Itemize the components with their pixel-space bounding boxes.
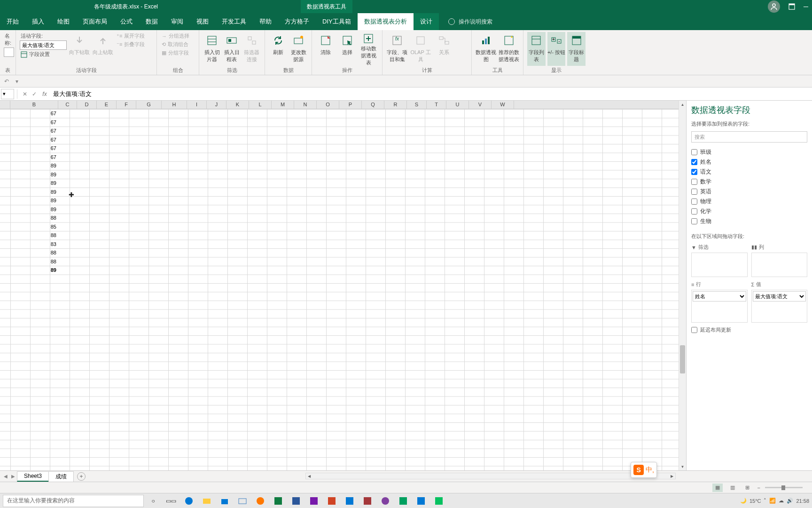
excel-taskbar-icon[interactable]	[270, 494, 287, 508]
col-header-I[interactable]: I	[187, 101, 207, 109]
col-header-O[interactable]: O	[317, 101, 339, 109]
col-header-P[interactable]: P	[339, 101, 362, 109]
undo-button[interactable]: ↶	[3, 78, 10, 85]
app-icon-1[interactable]	[377, 494, 394, 508]
field-checkbox-1[interactable]	[691, 159, 697, 165]
cell-b-16[interactable]: 88	[10, 248, 58, 257]
word-taskbar-icon[interactable]	[288, 494, 304, 508]
refresh-button[interactable]: 刷新	[269, 32, 288, 66]
cloud-icon[interactable]: ☁	[779, 498, 784, 504]
firefox-icon[interactable]	[252, 494, 269, 508]
zoom-out-button[interactable]: −	[757, 485, 760, 491]
select-all-corner[interactable]	[0, 101, 10, 109]
defer-layout-checkbox[interactable]	[691, 327, 697, 333]
pivot-name-input[interactable]	[4, 48, 14, 57]
sheet-tab-sheet3[interactable]: Sheet3	[17, 471, 49, 482]
page-layout-view-button[interactable]: ▥	[727, 484, 738, 492]
field-checkbox-6[interactable]	[691, 208, 697, 214]
enter-formula-button[interactable]: ✓	[30, 89, 39, 99]
tab-help[interactable]: 帮助	[253, 13, 278, 30]
insert-timeline-button[interactable]: 插入日程表	[223, 32, 241, 66]
field-item-4[interactable]: 英语	[691, 187, 807, 197]
hscroll-left[interactable]: ◀	[306, 473, 312, 479]
rows-drop-area[interactable]: 姓名	[691, 290, 748, 323]
sheet-nav-next[interactable]: ▶	[9, 474, 17, 479]
col-header-E[interactable]: E	[97, 101, 117, 109]
col-header-V[interactable]: V	[469, 101, 492, 109]
scroll-up-arrow[interactable]: ▲	[679, 101, 686, 108]
tab-formulas[interactable]: 公式	[114, 13, 139, 30]
tab-insert[interactable]: 插入	[25, 13, 51, 30]
tab-data[interactable]: 数据	[139, 13, 164, 30]
col-header-D[interactable]: D	[77, 101, 97, 109]
grid-cells[interactable]: ✚ 67676767676789898989898988858883888889	[0, 109, 686, 470]
plus-minus-toggle[interactable]: +- +/- 按钮	[547, 32, 566, 66]
col-header-N[interactable]: N	[294, 101, 317, 109]
worksheet-grid[interactable]: B C D E F G H I J K L M N O P Q R S T U …	[0, 101, 686, 470]
tab-pivot-analyze[interactable]: 数据透视表分析	[358, 13, 414, 30]
col-header-L[interactable]: L	[249, 101, 272, 109]
tab-pivot-design[interactable]: 设计	[414, 13, 439, 30]
col-header-J[interactable]: J	[207, 101, 226, 109]
field-item-5[interactable]: 物理	[691, 197, 807, 206]
cell-b-5[interactable]: 67	[10, 153, 58, 162]
col-header-Q[interactable]: Q	[362, 101, 384, 109]
ime-indicator[interactable]: S 中 ,	[631, 462, 657, 478]
app-icon-3[interactable]	[413, 494, 429, 508]
field-checkbox-2[interactable]	[691, 169, 697, 175]
hscroll-right[interactable]: ▶	[669, 473, 675, 479]
wifi-icon[interactable]: 📶	[769, 498, 776, 504]
explorer-icon[interactable]	[198, 494, 215, 508]
col-header-R[interactable]: R	[384, 101, 407, 109]
normal-view-button[interactable]: ▦	[712, 484, 723, 492]
tab-layout[interactable]: 页面布局	[76, 13, 114, 30]
redo-dropdown[interactable]: ▾	[13, 78, 21, 85]
pivot-chart-button[interactable]: 数据透视图	[476, 32, 497, 66]
cell-b-12[interactable]: 88	[10, 214, 58, 222]
col-header-U[interactable]: U	[446, 101, 469, 109]
taskbar-search[interactable]: 在这里输入你要搜索的内容	[3, 495, 144, 507]
powerpoint-taskbar-icon[interactable]	[323, 494, 340, 508]
vertical-scrollbar[interactable]: ▲ ▼	[679, 101, 686, 470]
select-button[interactable]: 选择	[337, 32, 357, 66]
values-drop-area[interactable]: 最大值项:语文	[751, 290, 808, 323]
task-view-icon[interactable]: ▭▭	[163, 494, 180, 508]
zoom-slider[interactable]	[765, 487, 803, 488]
col-header-F[interactable]: F	[117, 101, 136, 109]
add-sheet-button[interactable]: +	[77, 472, 86, 481]
fx-icon[interactable]: fx	[39, 91, 50, 97]
tab-draw[interactable]: 绘图	[51, 13, 76, 30]
col-header-S[interactable]: S	[407, 101, 427, 109]
cell-b-6[interactable]: 89	[10, 161, 58, 170]
col-header-H[interactable]: H	[162, 101, 187, 109]
field-item-0[interactable]: 班级	[691, 147, 807, 157]
field-item-2[interactable]: 语文	[691, 167, 807, 177]
active-field-input[interactable]	[20, 40, 67, 50]
change-source-button[interactable]: 更改数据源	[289, 32, 308, 66]
cell-b-8[interactable]: 89	[10, 179, 58, 188]
field-checkbox-4[interactable]	[691, 189, 697, 195]
field-item-6[interactable]: 化学	[691, 206, 807, 216]
cell-b-7[interactable]: 89	[10, 170, 58, 179]
field-list-toggle[interactable]: 字段列表	[527, 32, 546, 66]
cell-b-2[interactable]: 67	[10, 127, 58, 135]
minimize-button[interactable]: ─	[804, 3, 808, 10]
move-pivot-button[interactable]: 移动数据透视表	[359, 32, 378, 66]
col-header-W[interactable]: W	[492, 101, 514, 109]
fields-items-button[interactable]: fx 字段、项目和集	[386, 32, 408, 66]
app-icon-2[interactable]	[395, 494, 412, 508]
clear-button[interactable]: 清除	[316, 32, 336, 66]
onenote-taskbar-icon[interactable]	[305, 494, 322, 508]
access-taskbar-icon[interactable]	[359, 494, 376, 508]
ribbon-display-options-icon[interactable]	[789, 3, 795, 10]
field-item-7[interactable]: 生物	[691, 216, 807, 226]
page-break-view-button[interactable]: ⊞	[742, 484, 753, 492]
cell-b-4[interactable]: 67	[10, 144, 58, 153]
cell-b-3[interactable]: 67	[10, 135, 58, 144]
wechat-icon[interactable]	[430, 494, 447, 508]
col-header-B[interactable]: B	[10, 101, 58, 109]
tab-home[interactable]: 开始	[0, 13, 25, 30]
cell-b-11[interactable]: 89	[10, 205, 58, 214]
edge-icon[interactable]	[180, 494, 197, 508]
scroll-down-arrow[interactable]: ▼	[679, 463, 686, 470]
